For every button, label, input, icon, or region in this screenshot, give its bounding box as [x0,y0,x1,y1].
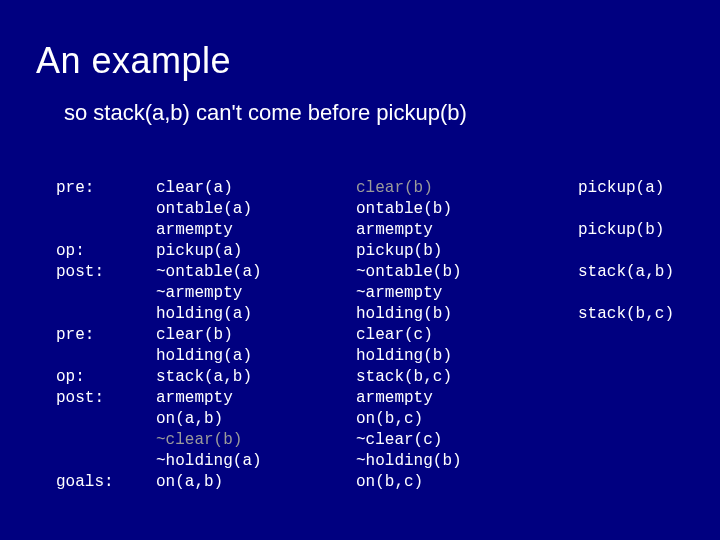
code-line: clear(a) [156,178,356,199]
code-line: clear(b) [156,325,356,346]
label-line: post: [56,388,156,409]
label-line [56,346,156,367]
label-line [56,430,156,451]
code-line: pickup(a) [156,241,356,262]
code-line: armempty [156,220,356,241]
code-line: ~armempty [156,283,356,304]
code-line: clear(b) [356,178,578,199]
code-line [578,283,680,304]
labels-column: pre: op: post: pre: op: post: goals: [56,178,156,493]
code-line: holding(a) [156,304,356,325]
code-line: stack(b,c) [578,304,680,325]
code-line: ~clear(b) [156,430,356,451]
slide-title: An example [0,0,720,82]
label-line [56,220,156,241]
code-line: armempty [156,388,356,409]
code-line: armempty [356,220,578,241]
label-line [56,283,156,304]
label-line [56,199,156,220]
code-line: armempty [356,388,578,409]
plan-a-column: clear(a) ontable(a) armempty pickup(a) ~… [156,178,356,493]
label-line: pre: [56,178,156,199]
code-line: holding(b) [356,346,578,367]
label-line [56,451,156,472]
slide-subtitle: so stack(a,b) can't come before pickup(b… [0,82,720,126]
code-line: pickup(b) [356,241,578,262]
code-line: on(a,b) [156,409,356,430]
code-line: ~clear(c) [356,430,578,451]
label-line [56,304,156,325]
code-line: clear(c) [356,325,578,346]
label-line: post: [56,262,156,283]
code-line: ontable(a) [156,199,356,220]
label-line: goals: [56,472,156,493]
code-line: on(b,c) [356,472,578,493]
code-line: holding(b) [356,304,578,325]
code-line: ontable(b) [356,199,578,220]
code-line [578,199,680,220]
content-columns: pre: op: post: pre: op: post: goals: cle… [56,178,680,493]
slide: An example so stack(a,b) can't come befo… [0,0,720,540]
code-line: pickup(b) [578,220,680,241]
code-line [578,241,680,262]
code-line: stack(a,b) [578,262,680,283]
code-line: ~armempty [356,283,578,304]
label-line [56,409,156,430]
code-line: ~holding(a) [156,451,356,472]
label-line: op: [56,367,156,388]
code-line: ~ontable(b) [356,262,578,283]
code-line: stack(b,c) [356,367,578,388]
label-line: pre: [56,325,156,346]
code-line: holding(a) [156,346,356,367]
code-line: ~holding(b) [356,451,578,472]
code-line: on(b,c) [356,409,578,430]
code-line: on(a,b) [156,472,356,493]
code-line: pickup(a) [578,178,680,199]
code-line: ~ontable(a) [156,262,356,283]
plan-b-column: clear(b) ontable(b) armempty pickup(b) ~… [356,178,578,493]
label-line: op: [56,241,156,262]
ops-column: pickup(a) pickup(b) stack(a,b) stack(b,c… [578,178,680,493]
code-line: stack(a,b) [156,367,356,388]
